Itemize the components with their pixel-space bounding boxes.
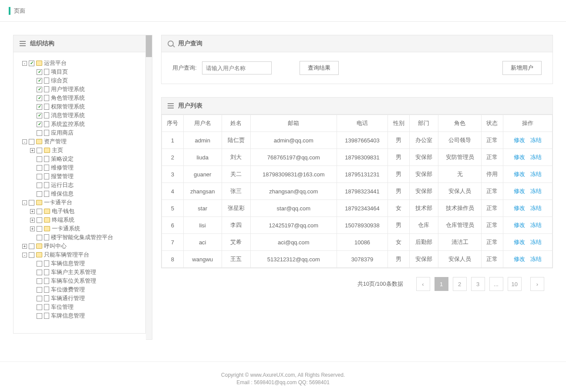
tree-node[interactable]: 项目页 [30, 68, 141, 76]
checkbox[interactable] [37, 156, 42, 162]
checkbox[interactable] [37, 78, 42, 84]
checkbox[interactable] [37, 278, 42, 284]
pager-next[interactable]: › [530, 277, 544, 291]
checkbox[interactable] [37, 191, 42, 197]
edit-link[interactable]: 修改 [514, 171, 525, 177]
tree-node[interactable]: 车辆车位关系管理 [30, 277, 141, 285]
checkbox[interactable] [37, 113, 42, 118]
freeze-link[interactable]: 冻结 [530, 171, 542, 177]
checkbox[interactable] [37, 235, 42, 240]
query-button[interactable]: 查询结果 [300, 61, 339, 75]
checkbox[interactable] [37, 287, 42, 293]
checkbox[interactable] [37, 165, 42, 171]
freeze-link[interactable]: 冻结 [530, 239, 542, 245]
tree-node[interactable]: 车牌信息管理 [30, 311, 141, 320]
tree-node[interactable]: 消息管理系统 [30, 111, 141, 120]
checkbox[interactable] [29, 200, 34, 206]
add-user-button[interactable]: 新增用户 [502, 61, 542, 75]
scroll-thumb[interactable] [146, 35, 152, 57]
checkbox[interactable] [37, 304, 42, 310]
tree-node[interactable]: 车位管理 [30, 303, 141, 311]
expand-icon[interactable]: + [30, 226, 35, 231]
checkbox[interactable] [37, 182, 42, 188]
checkbox[interactable] [37, 226, 42, 232]
tree-node[interactable]: 车辆通行管理 [30, 294, 141, 303]
scrollbar[interactable] [146, 35, 152, 340]
freeze-link[interactable]: 冻结 [530, 256, 542, 262]
tree-node[interactable]: -资产管理 [22, 137, 141, 146]
checkbox[interactable] [29, 243, 34, 249]
tree-node[interactable]: 车辆户主关系管理 [30, 268, 141, 277]
freeze-link[interactable]: 冻结 [530, 154, 542, 160]
tree-node[interactable]: -只能车辆管理平台 [22, 250, 141, 259]
checkbox[interactable] [37, 174, 42, 179]
search-header: 用户查询 [178, 40, 202, 47]
pager-prev[interactable]: ‹ [416, 277, 430, 291]
tree-node[interactable]: 车辆信息管理 [30, 259, 141, 268]
tree-node[interactable]: 策略设定 [30, 155, 141, 163]
tree-node[interactable]: -一卡通平台 [22, 198, 141, 207]
tree-node[interactable]: 维保信息 [30, 189, 141, 198]
freeze-link[interactable]: 冻结 [530, 137, 542, 143]
tree-node[interactable]: 用户管理系统 [30, 85, 141, 94]
collapse-icon[interactable]: - [22, 200, 27, 205]
tree-node[interactable]: +终端系统 [30, 216, 141, 224]
username-input[interactable] [202, 61, 272, 74]
checkbox[interactable] [37, 261, 42, 267]
tree-node[interactable]: 车位缴费管理 [30, 285, 141, 294]
checkbox[interactable] [37, 296, 42, 301]
edit-link[interactable]: 修改 [514, 188, 525, 194]
edit-link[interactable]: 修改 [514, 154, 525, 160]
checkbox[interactable] [37, 270, 42, 275]
edit-link[interactable]: 修改 [514, 256, 525, 262]
checkbox[interactable] [29, 139, 34, 145]
tree-node[interactable]: 报警管理 [30, 172, 141, 181]
collapse-icon[interactable]: - [22, 253, 27, 257]
tree-node[interactable]: +呼叫中心 [22, 242, 141, 250]
checkbox[interactable] [29, 61, 34, 66]
org-tree[interactable]: -运营平台项目页综合页用户管理系统角色管理系统权限管理系统消息管理系统系统监控系… [13, 52, 145, 333]
collapse-icon[interactable]: - [22, 61, 27, 66]
pager-page-3[interactable]: 3 [471, 277, 485, 291]
toggle-spacer [30, 105, 35, 109]
expand-icon[interactable]: + [30, 218, 35, 223]
checkbox[interactable] [29, 252, 34, 258]
tree-node[interactable]: 楼宇智能化集成管控平台 [30, 233, 141, 242]
tree-node[interactable]: 综合页 [30, 76, 141, 85]
expand-icon[interactable]: + [30, 148, 35, 153]
tree-node[interactable]: 角色管理系统 [30, 94, 141, 102]
tree-node[interactable]: -运营平台 [22, 59, 141, 68]
checkbox[interactable] [37, 130, 42, 136]
tree-node[interactable]: 维修管理 [30, 163, 141, 172]
tree-node[interactable]: +一卡通系统 [30, 224, 141, 233]
edit-link[interactable]: 修改 [514, 222, 525, 228]
tree-node[interactable]: 应用商店 [30, 128, 141, 137]
expand-icon[interactable]: + [30, 209, 35, 214]
checkbox[interactable] [37, 122, 42, 127]
tree-node[interactable]: 权限管理系统 [30, 102, 141, 111]
edit-link[interactable]: 修改 [514, 239, 525, 245]
checkbox[interactable] [37, 209, 42, 214]
pager-page-1[interactable]: 1 [435, 277, 448, 291]
pager-page-10[interactable]: 10 [508, 277, 522, 291]
edit-link[interactable]: 修改 [514, 205, 525, 211]
freeze-link[interactable]: 冻结 [530, 205, 542, 211]
checkbox[interactable] [37, 313, 42, 319]
freeze-link[interactable]: 冻结 [530, 188, 542, 194]
tree-node[interactable]: 运行日志 [30, 181, 141, 189]
edit-link[interactable]: 修改 [514, 137, 525, 143]
collapse-icon[interactable]: - [22, 139, 27, 144]
tree-node[interactable]: 系统监控系统 [30, 120, 141, 128]
pager-page-2[interactable]: 2 [453, 277, 467, 291]
freeze-link[interactable]: 冻结 [530, 222, 542, 228]
checkbox[interactable] [37, 69, 42, 75]
checkbox[interactable] [37, 104, 42, 110]
tree-node[interactable]: +电子钱包 [30, 207, 141, 216]
checkbox[interactable] [37, 148, 42, 153]
expand-icon[interactable]: + [22, 244, 27, 249]
checkbox[interactable] [37, 87, 42, 92]
pager-ellipsis[interactable]: ... [489, 277, 503, 291]
checkbox[interactable] [37, 217, 42, 223]
tree-node[interactable]: +主页 [30, 146, 141, 155]
checkbox[interactable] [37, 95, 42, 101]
